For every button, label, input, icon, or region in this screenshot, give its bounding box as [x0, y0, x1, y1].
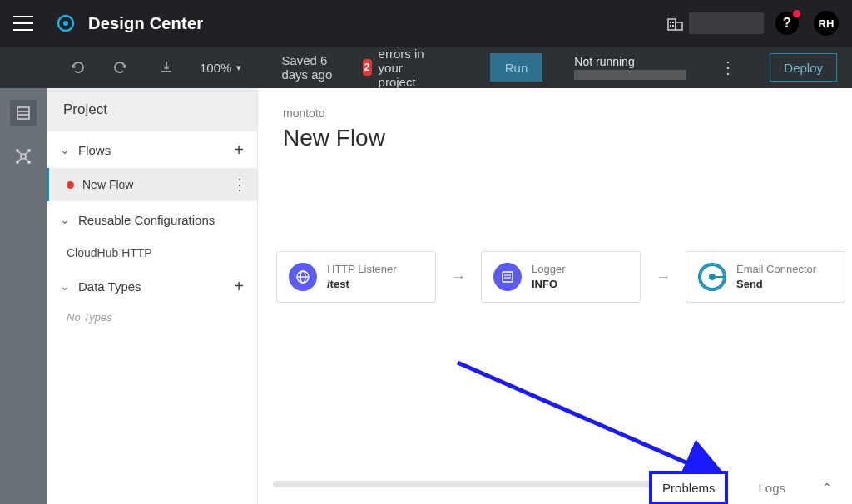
chevron-down-icon: ⌄	[60, 213, 70, 226]
svg-rect-3	[676, 22, 682, 30]
chevron-down-icon: ⌄	[60, 143, 70, 156]
log-icon	[493, 263, 522, 291]
sidebar-title: Project	[47, 88, 257, 131]
svg-point-12	[16, 149, 19, 152]
rail-flow-icon[interactable]	[10, 143, 37, 170]
card-logger[interactable]: Logger INFO	[481, 251, 641, 303]
saved-status: Saved 6 days ago	[281, 53, 337, 82]
run-button[interactable]: Run	[490, 53, 543, 82]
svg-line-18	[19, 158, 22, 161]
deploy-button[interactable]: Deploy	[770, 53, 837, 82]
card-email-connector[interactable]: Email Connector Send	[686, 251, 845, 303]
svg-point-1	[63, 21, 68, 26]
toolbar: 100% ▾ Saved 6 days ago 2 errors in your…	[0, 47, 852, 88]
svg-point-13	[27, 149, 31, 152]
sidebar-section-datatypes[interactable]: ⌄ Data Types +	[47, 268, 257, 304]
undo-button[interactable]	[65, 56, 88, 79]
tab-logs[interactable]: Logs	[748, 474, 795, 502]
svg-point-15	[27, 161, 31, 164]
org-icon[interactable]	[667, 16, 684, 31]
project-sidebar: Project ⌄ Flows + New Flow ⋮ ⌄ Reusable …	[47, 88, 258, 504]
menu-icon[interactable]	[13, 16, 33, 31]
app-logo-title[interactable]: Design Center	[55, 12, 203, 34]
flow-item-menu[interactable]: ⋮	[232, 175, 247, 194]
arrow-right-icon: →	[451, 269, 466, 286]
notification-dot-icon	[793, 10, 800, 17]
svg-line-16	[19, 152, 22, 156]
tab-problems[interactable]: Problems	[649, 471, 728, 505]
sidebar-section-reusable[interactable]: ⌄ Reusable Configurations	[47, 201, 257, 238]
runtime-status: Not running	[574, 55, 686, 80]
globe-icon	[289, 263, 317, 291]
svg-rect-23	[503, 272, 513, 282]
rail-project-icon[interactable]	[10, 100, 37, 126]
svg-rect-6	[670, 25, 671, 27]
app-title: Design Center	[88, 14, 203, 33]
flow-cards-row: HTTP Listener /test → Logger INFO →	[276, 251, 852, 303]
svg-point-14	[16, 161, 19, 164]
email-connector-icon	[698, 263, 726, 291]
card-http-listener[interactable]: HTTP Listener /test	[276, 251, 436, 303]
help-button[interactable]: ?	[775, 12, 799, 35]
download-button[interactable]	[155, 56, 178, 79]
flow-canvas[interactable]: montoto New Flow HTTP Listener /test → L…	[258, 88, 852, 504]
sidebar-section-flows[interactable]: ⌄ Flows +	[47, 131, 257, 168]
chevron-down-icon: ▾	[236, 62, 241, 73]
add-datatype-button[interactable]: +	[234, 277, 244, 296]
bottom-tabs: Problems Logs ⌃	[649, 471, 852, 504]
page-title: New Flow	[283, 125, 385, 151]
logo-icon	[55, 12, 77, 34]
status-progress-bar	[574, 70, 686, 80]
svg-point-27	[709, 274, 716, 280]
left-rail	[0, 88, 47, 504]
user-avatar[interactable]: RH	[814, 11, 839, 36]
svg-rect-5	[672, 22, 674, 23]
top-header: Design Center ? RH	[0, 0, 852, 47]
svg-line-17	[25, 152, 28, 156]
error-dot-icon	[67, 181, 74, 189]
svg-line-19	[25, 158, 28, 161]
help-label: ?	[783, 16, 791, 31]
svg-rect-7	[672, 25, 674, 27]
chevron-down-icon: ⌄	[60, 279, 70, 293]
add-flow-button[interactable]: +	[234, 141, 244, 160]
svg-line-29	[458, 363, 724, 479]
redo-button[interactable]	[110, 56, 133, 79]
error-count-badge: 2	[363, 59, 372, 76]
org-selector[interactable]	[689, 12, 764, 34]
svg-rect-8	[17, 107, 29, 119]
svg-rect-2	[668, 19, 676, 30]
run-options-menu[interactable]: ⋮	[711, 57, 745, 77]
no-types-label: No Types	[47, 304, 257, 330]
sidebar-item-cloudhub-http[interactable]: CloudHub HTTP	[47, 238, 257, 268]
svg-rect-4	[670, 22, 671, 23]
arrow-right-icon: →	[656, 269, 671, 286]
zoom-selector[interactable]: 100% ▾	[200, 61, 241, 75]
errors-indicator[interactable]: 2 errors in your project	[363, 47, 440, 89]
breadcrumb: montoto	[283, 106, 325, 120]
expand-panel-button[interactable]: ⌃	[815, 481, 839, 494]
sidebar-item-new-flow[interactable]: New Flow ⋮	[47, 168, 257, 201]
